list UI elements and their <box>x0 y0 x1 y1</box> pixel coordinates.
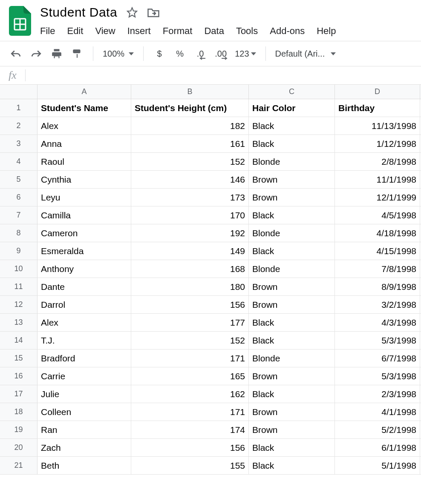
row-header[interactable]: 13 <box>0 314 37 331</box>
cell-birthday[interactable]: 4/15/1998 <box>335 242 420 260</box>
move-to-folder-icon[interactable] <box>147 7 160 18</box>
cell-height[interactable]: 192 <box>131 224 249 242</box>
cell-height[interactable]: 162 <box>131 385 249 403</box>
sheets-logo[interactable] <box>8 4 32 37</box>
cell-height[interactable]: 146 <box>131 171 249 188</box>
menu-help[interactable]: Help <box>317 26 336 37</box>
menu-tools[interactable]: Tools <box>236 26 258 37</box>
row-header[interactable]: 17 <box>0 385 37 403</box>
cell-hair[interactable]: Black <box>249 457 335 474</box>
cell-name[interactable]: Darrol <box>37 296 131 313</box>
font-select[interactable]: Default (Ari... <box>275 49 336 59</box>
cell-birthday[interactable]: 6/7/1998 <box>335 349 420 367</box>
row-header[interactable]: 14 <box>0 332 37 349</box>
row-header[interactable]: 16 <box>0 367 37 385</box>
cell-height[interactable]: 173 <box>131 189 249 206</box>
cell-height[interactable]: 156 <box>131 439 249 456</box>
cell-birthday[interactable]: 5/1/1998 <box>335 457 420 474</box>
cell-hair[interactable]: Black <box>249 242 335 260</box>
print-button[interactable] <box>50 47 63 60</box>
cell-name[interactable]: Cameron <box>37 224 131 242</box>
row-header[interactable]: 4 <box>0 153 37 170</box>
paint-format-button[interactable] <box>71 47 84 60</box>
cell-name[interactable]: Esmeralda <box>37 242 131 260</box>
cell-hair[interactable]: Blonde <box>249 153 335 170</box>
cell-hair[interactable]: Brown <box>249 171 335 188</box>
cell-name[interactable]: Colleen <box>37 403 131 421</box>
zoom-select[interactable]: 100% <box>103 49 134 59</box>
cell-birthday[interactable]: 6/1/1998 <box>335 439 420 456</box>
cell-name[interactable]: Dante <box>37 278 131 295</box>
menu-data[interactable]: Data <box>204 26 224 37</box>
cell-hair[interactable]: Black <box>249 332 335 349</box>
cell-birthday[interactable]: 2/8/1998 <box>335 153 420 170</box>
cell-hair[interactable]: Blonde <box>249 224 335 242</box>
cell-hair[interactable]: Brown <box>249 189 335 206</box>
cell-name[interactable]: Alex <box>37 314 131 331</box>
star-icon[interactable] <box>127 7 138 18</box>
row-header[interactable]: 18 <box>0 403 37 421</box>
cell-birthday[interactable]: 8/9/1998 <box>335 278 420 295</box>
row-header[interactable]: 10 <box>0 260 37 278</box>
row-header[interactable]: 9 <box>0 242 37 260</box>
cell-birthday[interactable]: 1/12/1998 <box>335 135 420 152</box>
menu-view[interactable]: View <box>95 26 115 37</box>
cell-height[interactable]: 152 <box>131 153 249 170</box>
column-header[interactable]: C <box>249 85 335 99</box>
cell-birthday[interactable]: 12/1/1999 <box>335 189 420 206</box>
cell-birthday[interactable]: 5/2/1998 <box>335 421 420 438</box>
cell-birthday[interactable]: 5/3/1998 <box>335 367 420 385</box>
cell-name[interactable]: Raoul <box>37 153 131 170</box>
increase-decimal-button[interactable]: .00 <box>214 47 227 60</box>
row-header[interactable]: 15 <box>0 349 37 367</box>
header-cell[interactable]: Hair Color <box>249 99 335 117</box>
cell-birthday[interactable]: 4/1/1998 <box>335 403 420 421</box>
format-currency-button[interactable]: $ <box>153 47 166 60</box>
menu-insert[interactable]: Insert <box>127 26 151 37</box>
row-header[interactable]: 5 <box>0 171 37 188</box>
cell-height[interactable]: 156 <box>131 296 249 313</box>
cell-hair[interactable]: Brown <box>249 278 335 295</box>
cell-name[interactable]: Ran <box>37 421 131 438</box>
cell-height[interactable]: 168 <box>131 260 249 278</box>
cell-hair[interactable]: Black <box>249 206 335 224</box>
row-header[interactable]: 8 <box>0 224 37 242</box>
row-header[interactable]: 6 <box>0 189 37 206</box>
menu-addons[interactable]: Add-ons <box>270 26 305 37</box>
cell-hair[interactable]: Black <box>249 385 335 403</box>
cell-height[interactable]: 165 <box>131 367 249 385</box>
row-header[interactable]: 19 <box>0 421 37 438</box>
menu-format[interactable]: Format <box>163 26 193 37</box>
cell-birthday[interactable]: 11/13/1998 <box>335 117 420 135</box>
decrease-decimal-button[interactable]: .0 <box>194 47 207 60</box>
cell-birthday[interactable]: 3/2/1998 <box>335 296 420 313</box>
cell-name[interactable]: Alex <box>37 117 131 135</box>
redo-button[interactable] <box>30 47 43 60</box>
cell-name[interactable]: Cynthia <box>37 171 131 188</box>
formula-input[interactable] <box>26 66 421 84</box>
cell-name[interactable]: Leyu <box>37 189 131 206</box>
row-header[interactable]: 21 <box>0 457 37 474</box>
row-header[interactable]: 1 <box>0 99 37 117</box>
more-formats-button[interactable]: 123 <box>235 47 256 60</box>
cell-name[interactable]: Camilla <box>37 206 131 224</box>
cell-hair[interactable]: Black <box>249 117 335 135</box>
cell-birthday[interactable]: 2/3/1998 <box>335 385 420 403</box>
cell-hair[interactable]: Black <box>249 135 335 152</box>
cell-hair[interactable]: Brown <box>249 367 335 385</box>
document-title[interactable]: Student Data <box>40 5 117 20</box>
cell-height[interactable]: 177 <box>131 314 249 331</box>
format-percent-button[interactable]: % <box>173 47 186 60</box>
row-header[interactable]: 7 <box>0 206 37 224</box>
cell-name[interactable]: Carrie <box>37 367 131 385</box>
cell-height[interactable]: 180 <box>131 278 249 295</box>
cell-hair[interactable]: Blonde <box>249 260 335 278</box>
header-cell[interactable]: Student's Height (cm) <box>131 99 249 117</box>
cell-birthday[interactable]: 11/1/1998 <box>335 171 420 188</box>
header-cell[interactable]: Birthday <box>335 99 420 117</box>
cell-height[interactable]: 171 <box>131 403 249 421</box>
cell-name[interactable]: Anna <box>37 135 131 152</box>
cell-hair[interactable]: Black <box>249 314 335 331</box>
cell-name[interactable]: Bradford <box>37 349 131 367</box>
select-all-corner[interactable] <box>0 85 37 99</box>
